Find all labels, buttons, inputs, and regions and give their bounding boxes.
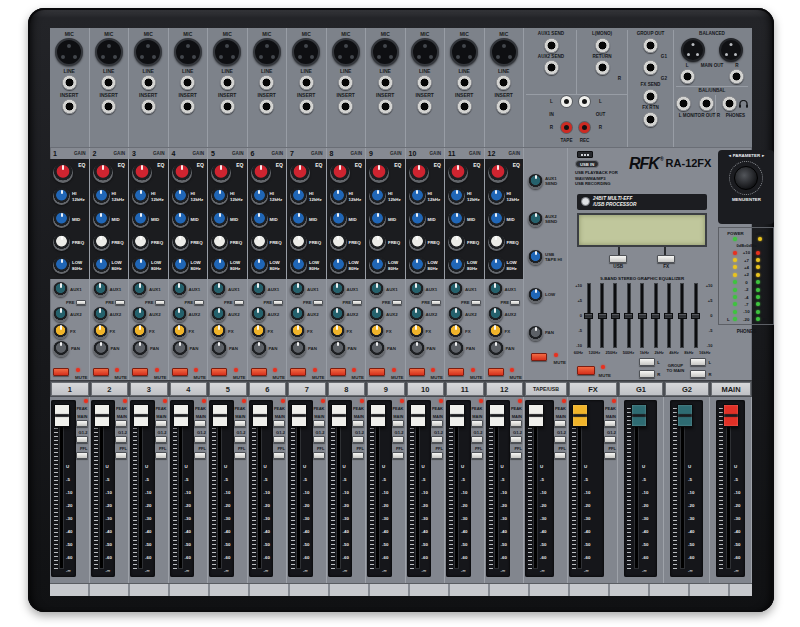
eq-freq-knob[interactable] bbox=[251, 234, 268, 251]
eq-mid-knob[interactable] bbox=[93, 211, 110, 228]
main-assign-button[interactable] bbox=[194, 420, 206, 427]
pfl-button[interactable] bbox=[471, 452, 483, 459]
pfl-button[interactable] bbox=[115, 452, 127, 459]
tape-usb-aux2-send-knob[interactable] bbox=[528, 212, 543, 227]
geq-slider-cap[interactable] bbox=[598, 313, 607, 319]
fx-knob[interactable] bbox=[330, 324, 345, 339]
geq-slider-cap[interactable] bbox=[664, 313, 673, 319]
tape-usb-low-knob[interactable] bbox=[528, 288, 543, 303]
channel-11-mute-button[interactable] bbox=[448, 368, 464, 376]
main-assign-button[interactable] bbox=[554, 420, 566, 427]
eq-mid-knob[interactable] bbox=[448, 211, 465, 228]
gain-knob[interactable] bbox=[132, 163, 152, 183]
fader-cap[interactable] bbox=[410, 404, 426, 427]
fader-cap[interactable] bbox=[528, 404, 544, 427]
fx-knob[interactable] bbox=[409, 324, 424, 339]
fader-cap[interactable] bbox=[331, 404, 347, 427]
g1-2-assign-button[interactable] bbox=[392, 436, 404, 443]
main-assign-button[interactable] bbox=[115, 420, 127, 427]
fader-cap[interactable] bbox=[133, 404, 149, 427]
eq-low-knob[interactable] bbox=[330, 257, 347, 274]
pan-knob[interactable] bbox=[409, 341, 425, 357]
aux2-knob[interactable] bbox=[290, 307, 305, 322]
geq-slider-250hz[interactable] bbox=[611, 283, 620, 348]
pfl-button[interactable] bbox=[313, 452, 325, 459]
channel-5-mute-button[interactable] bbox=[211, 368, 227, 376]
aux1-knob[interactable] bbox=[93, 282, 108, 297]
pre-button[interactable] bbox=[273, 300, 283, 305]
channel-4-mute-button[interactable] bbox=[172, 368, 188, 376]
geq-slider-cap[interactable] bbox=[638, 313, 647, 319]
aux2-knob[interactable] bbox=[448, 307, 463, 322]
gain-knob[interactable] bbox=[369, 163, 389, 183]
fader-cap[interactable] bbox=[631, 404, 647, 427]
aux2-knob[interactable] bbox=[93, 307, 108, 322]
eq-mid-knob[interactable] bbox=[251, 211, 268, 228]
tape-usb-mute-button[interactable] bbox=[531, 353, 547, 361]
fader-cap[interactable] bbox=[449, 404, 465, 427]
g1-2-assign-button[interactable] bbox=[234, 436, 246, 443]
eq-mid-knob[interactable] bbox=[211, 211, 228, 228]
gain-knob[interactable] bbox=[409, 163, 429, 183]
gain-knob[interactable] bbox=[488, 163, 508, 183]
main-assign-button[interactable] bbox=[155, 420, 167, 427]
geq-slider-500hz[interactable] bbox=[624, 283, 633, 348]
pfl-button[interactable] bbox=[155, 452, 167, 459]
g1-2-assign-button[interactable] bbox=[431, 436, 443, 443]
eq-freq-knob[interactable] bbox=[211, 234, 228, 251]
g2-to-main-r-button[interactable] bbox=[690, 370, 706, 378]
eq-low-knob[interactable] bbox=[448, 257, 465, 274]
g1-2-assign-button[interactable] bbox=[510, 436, 522, 443]
aux1-knob[interactable] bbox=[172, 282, 187, 297]
geq-slider-4khz[interactable] bbox=[664, 283, 673, 348]
pan-knob[interactable] bbox=[93, 341, 109, 357]
main-assign-button[interactable] bbox=[313, 420, 325, 427]
channel-7-mute-button[interactable] bbox=[290, 368, 306, 376]
pan-knob[interactable] bbox=[211, 341, 227, 357]
aux2-knob[interactable] bbox=[251, 307, 266, 322]
eq-hi-knob[interactable] bbox=[369, 188, 386, 205]
eq-freq-knob[interactable] bbox=[330, 234, 347, 251]
g1-to-main-r-button[interactable] bbox=[639, 370, 655, 378]
fx-knob[interactable] bbox=[448, 324, 463, 339]
main-assign-button[interactable] bbox=[76, 420, 88, 427]
geq-slider-cap[interactable] bbox=[678, 313, 687, 319]
g1-2-assign-button[interactable] bbox=[115, 436, 127, 443]
eq-freq-knob[interactable] bbox=[93, 234, 110, 251]
eq-low-knob[interactable] bbox=[53, 257, 70, 274]
channel-3-mute-button[interactable] bbox=[132, 368, 148, 376]
main-assign-button[interactable] bbox=[431, 420, 443, 427]
gain-knob[interactable] bbox=[251, 163, 271, 183]
eq-hi-knob[interactable] bbox=[211, 188, 228, 205]
aux1-knob[interactable] bbox=[488, 282, 503, 297]
eq-hi-knob[interactable] bbox=[448, 188, 465, 205]
eq-low-knob[interactable] bbox=[290, 257, 307, 274]
g1-2-assign-button[interactable] bbox=[76, 436, 88, 443]
fx-knob[interactable] bbox=[488, 324, 503, 339]
eq-hi-knob[interactable] bbox=[172, 188, 189, 205]
main-assign-button[interactable] bbox=[510, 420, 522, 427]
main-assign-button[interactable] bbox=[273, 420, 285, 427]
gain-knob[interactable] bbox=[448, 163, 468, 183]
eq-hi-knob[interactable] bbox=[132, 188, 149, 205]
g1-2-assign-button[interactable] bbox=[273, 436, 285, 443]
eq-low-knob[interactable] bbox=[369, 257, 386, 274]
eq-freq-knob[interactable] bbox=[409, 234, 426, 251]
pre-button[interactable] bbox=[115, 300, 125, 305]
eq-mid-knob[interactable] bbox=[53, 211, 70, 228]
eq-low-knob[interactable] bbox=[172, 257, 189, 274]
channel-6-mute-button[interactable] bbox=[251, 368, 267, 376]
tape-usb-aux1-send-knob[interactable] bbox=[528, 174, 543, 189]
pre-button[interactable] bbox=[471, 300, 481, 305]
aux2-knob[interactable] bbox=[172, 307, 187, 322]
pre-button[interactable] bbox=[234, 300, 244, 305]
main-assign-button[interactable] bbox=[392, 420, 404, 427]
main-assign-button[interactable] bbox=[352, 420, 364, 427]
fader-cap[interactable] bbox=[370, 404, 386, 427]
geq-slider-cap[interactable] bbox=[624, 313, 633, 319]
eq-low-knob[interactable] bbox=[488, 257, 505, 274]
g1-2-assign-button[interactable] bbox=[313, 436, 325, 443]
parameter-knob[interactable] bbox=[734, 166, 758, 190]
pan-knob[interactable] bbox=[448, 341, 464, 357]
aux1-knob[interactable] bbox=[448, 282, 463, 297]
